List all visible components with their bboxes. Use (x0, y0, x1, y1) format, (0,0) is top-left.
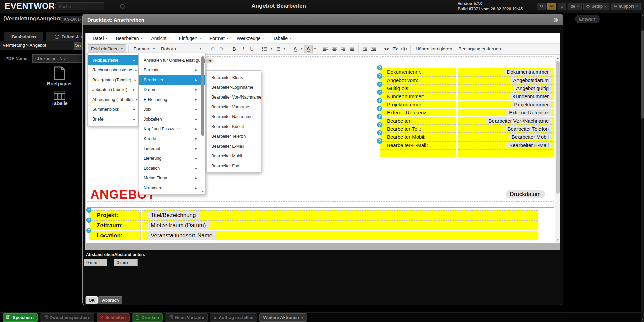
empty-value-cell[interactable] (458, 149, 554, 157)
scroll-up-icon[interactable]: ▲ (641, 14, 644, 16)
help-icon[interactable]: ? (377, 90, 382, 95)
field-token[interactable]: Bearbeiter Mobil (508, 134, 552, 140)
search-input[interactable] (56, 4, 120, 9)
italic-button[interactable]: I (239, 45, 247, 53)
menu-item[interactable]: Job ▸ (139, 104, 205, 114)
undo-button[interactable]: ↶ (208, 45, 217, 53)
field-value-cell[interactable]: Dokumentnummer (458, 68, 554, 76)
menu-item[interactable]: Kunde ▸ (139, 134, 205, 144)
menu-item[interactable]: Lieferant ▸ (139, 144, 205, 153)
field-value-cell[interactable]: Bearbeiter Vor-/Nachname (458, 117, 554, 125)
outdent-button[interactable] (361, 45, 369, 53)
refresh-button[interactable]: ↻ (537, 3, 546, 10)
field-value-cell[interactable]: Bearbeiter Mobil (458, 133, 554, 141)
menu-item[interactable]: Bearbeiter Vorname (207, 102, 261, 112)
menu-item[interactable]: Lieferung ▸ (139, 153, 205, 163)
numbered-list-options[interactable]: ▾ (282, 45, 286, 53)
editor-menu-item[interactable]: Werkzeuge▾ (232, 33, 269, 43)
menu-item[interactable]: Bearbeiter ▸ (139, 75, 205, 85)
print-button[interactable]: Drucken (132, 313, 163, 322)
field-value-cell[interactable]: Angebot gültig (458, 84, 554, 92)
cancel-button[interactable]: Abbruch (98, 296, 122, 304)
help-icon[interactable]: ? (86, 208, 91, 213)
menu-item[interactable]: Bearbeiter E-Mail (207, 141, 261, 151)
field-token[interactable]: Kundennummer (509, 93, 552, 100)
field-token[interactable]: Projektnummer (511, 101, 552, 108)
field-token[interactable]: Angebotsdatum (510, 77, 552, 83)
field-token[interactable]: Veranstaltungsort-Name (146, 232, 216, 239)
menu-item[interactable]: Bearbeiter Telefon (207, 131, 261, 141)
field-token[interactable]: Dokumentnummer (504, 69, 552, 75)
print-date-cell[interactable]: Druckdatum (261, 187, 554, 202)
help-icon[interactable]: ? (377, 82, 382, 87)
menu-item[interactable]: Bearbeiter Nachname (207, 112, 261, 122)
help-icon[interactable]: ? (377, 130, 382, 135)
ok-button[interactable]: OK (86, 296, 98, 304)
text-color-options[interactable]: ▾ (300, 45, 304, 53)
field-label-cell[interactable]: Projektnummer: (380, 101, 456, 108)
editor-menu-item[interactable]: Tabelle▾ (269, 33, 296, 43)
menu-item[interactable]: Meine Firma ▸ (139, 173, 205, 183)
editor-menu-item[interactable]: Bearbeiten▾ (112, 33, 147, 43)
close-icon[interactable]: ⊗ (553, 17, 558, 23)
print-date-token[interactable]: Druckdatum (506, 190, 545, 198)
create-order-button[interactable]: » Auftrag erstellen (210, 313, 257, 322)
table-label[interactable]: Tabelle (41, 101, 78, 106)
scroll-up-icon[interactable]: ▲ (555, 56, 560, 59)
field-value-cell[interactable]: Kundennummer (458, 92, 554, 100)
text-color-button[interactable]: A (291, 45, 299, 53)
menu-item[interactable]: Jobdaten (Tabelle) ▸ (88, 85, 138, 94)
menu-item[interactable]: Abrechnung (Tabelle) ▸ (88, 94, 138, 104)
menu-item[interactable]: Summenblock ▸ (88, 104, 138, 114)
project-label-cell[interactable]: Zeitraum: (89, 220, 141, 230)
editor-menu-item[interactable]: Datei▾ (88, 33, 112, 43)
clear-formatting-button[interactable]: Tx (391, 45, 399, 53)
menu-item[interactable]: Briefe ▸ (88, 114, 138, 124)
help-icon[interactable]: ? (86, 218, 91, 223)
menu-item[interactable]: Rechnungsbausteine ▸ (88, 65, 138, 75)
menu-item[interactable]: Barcode ▸ (139, 65, 205, 75)
page-scrollbar[interactable]: ▲ ▼ (641, 13, 644, 322)
language-select[interactable]: de∨ (568, 3, 582, 10)
help-icon[interactable]: ? (86, 228, 91, 233)
align-left-button[interactable] (321, 45, 330, 53)
field-value-cell[interactable]: Angebotsdatum (458, 76, 554, 84)
help-icon[interactable]: ? (377, 138, 382, 144)
field-token[interactable]: Bearbeiter E-Mail (506, 142, 552, 148)
menu-item[interactable]: Nummern ▸ (139, 183, 205, 193)
tab-basisdaten[interactable]: Basisdaten (4, 32, 43, 41)
field-label-cell[interactable]: Bearbeiter-Mobil: (380, 133, 456, 141)
background-color-options[interactable]: ▾ (313, 45, 317, 53)
field-token[interactable]: Mietzeitraum (Datum) (146, 221, 210, 229)
letterhead-label[interactable]: Briefpapier (41, 81, 78, 86)
align-right-button[interactable] (339, 45, 347, 53)
menu-scrollbar-thumb[interactable] (201, 56, 204, 136)
field-label-cell[interactable]: Bearbeiter: (380, 117, 456, 125)
menu-item[interactable]: Bearbeiter Mobil (207, 151, 261, 161)
menu-item[interactable]: Textbausteine ▸ (88, 55, 138, 65)
menu-item[interactable]: Bearbeiter-Loginname (207, 82, 261, 92)
page-scrollbar-thumb[interactable] (641, 30, 644, 119)
field-label-cell[interactable]: Gültig bis: (380, 84, 456, 92)
field-value-cell[interactable]: Bearbeiter Telefon (458, 125, 554, 133)
close-document-button[interactable]: × Schließen (97, 313, 130, 322)
more-actions-button[interactable]: Weitere Aktionen ∨ (259, 313, 307, 322)
menu-item[interactable]: Location ▸ (139, 163, 205, 173)
field-label-cell[interactable]: Dokumentennr.: (380, 68, 456, 76)
insert-field-button[interactable]: Feld einfügen▾ (88, 44, 126, 53)
save-button[interactable]: Speichern (3, 313, 38, 322)
menu-item[interactable]: Bearbeiter-Block (207, 72, 261, 82)
table-icon[interactable] (54, 91, 65, 100)
redo-button[interactable]: ↷ (217, 45, 226, 53)
help-icon[interactable]: ? (377, 122, 382, 127)
field-token[interactable]: Bearbeiter Vor-/Nachname (485, 117, 552, 124)
scroll-down-icon[interactable]: ▼ (555, 239, 560, 242)
editor-menu-item[interactable]: Format▾ (205, 33, 232, 43)
project-value-cell[interactable]: Mietzeitraum (Datum) (142, 220, 538, 230)
remove-condition-button[interactable]: Bedingung entfernen (455, 46, 504, 51)
pdf-name-input[interactable] (32, 54, 83, 63)
header-cell-right[interactable] (380, 56, 554, 67)
spacing-bottom-input[interactable] (114, 259, 138, 266)
menu-item[interactable]: Datum ▸ (139, 85, 205, 94)
align-center-button[interactable] (330, 45, 339, 53)
